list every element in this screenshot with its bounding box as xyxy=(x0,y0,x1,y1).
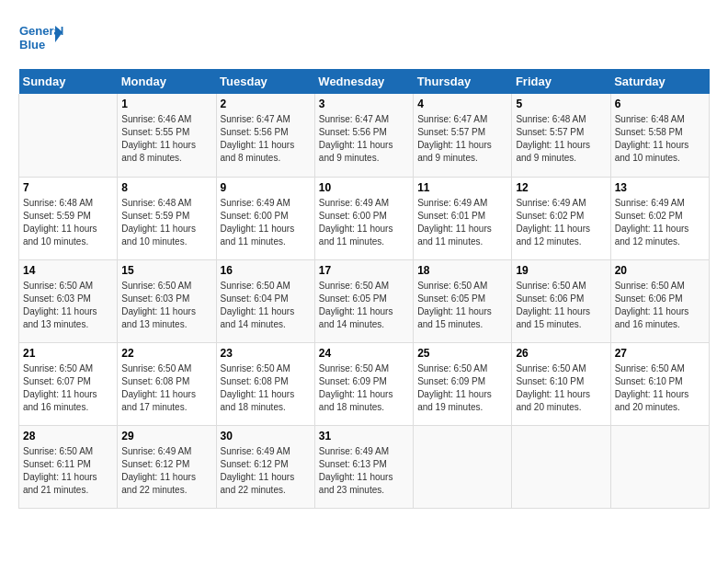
day-info: Sunrise: 6:50 AMSunset: 6:05 PMDaylight:… xyxy=(319,280,409,331)
calendar-week-row: 1Sunrise: 6:46 AMSunset: 5:55 PMDaylight… xyxy=(19,94,710,177)
day-info: Sunrise: 6:50 AMSunset: 6:09 PMDaylight:… xyxy=(319,362,409,414)
calendar-cell: 10Sunrise: 6:49 AMSunset: 6:00 PMDayligh… xyxy=(314,177,413,259)
calendar-cell xyxy=(19,94,118,177)
day-number: 28 xyxy=(23,430,113,442)
day-info: Sunrise: 6:50 AMSunset: 6:04 PMDaylight:… xyxy=(221,280,311,331)
day-info: Sunrise: 6:50 AMSunset: 6:08 PMDaylight:… xyxy=(121,362,211,414)
day-number: 11 xyxy=(417,181,507,194)
day-number: 30 xyxy=(221,430,311,442)
header-wednesday: Wednesday xyxy=(314,69,413,94)
calendar-cell: 11Sunrise: 6:49 AMSunset: 6:01 PMDayligh… xyxy=(414,177,512,259)
day-number: 14 xyxy=(23,264,113,277)
day-info: Sunrise: 6:47 AMSunset: 5:56 PMDaylight:… xyxy=(319,113,409,165)
day-number: 3 xyxy=(319,98,409,110)
calendar-cell: 4Sunrise: 6:47 AMSunset: 5:57 PMDaylight… xyxy=(414,94,512,177)
day-number: 22 xyxy=(121,347,211,360)
day-number: 15 xyxy=(121,264,211,277)
day-info: Sunrise: 6:49 AMSunset: 6:12 PMDaylight:… xyxy=(121,445,211,497)
day-info: Sunrise: 6:48 AMSunset: 5:57 PMDaylight:… xyxy=(516,113,606,165)
day-number: 5 xyxy=(516,98,606,110)
calendar-cell: 27Sunrise: 6:50 AMSunset: 6:10 PMDayligh… xyxy=(610,342,709,425)
calendar-cell: 16Sunrise: 6:50 AMSunset: 6:04 PMDayligh… xyxy=(216,259,314,342)
day-info: Sunrise: 6:50 AMSunset: 6:07 PMDaylight:… xyxy=(23,362,113,414)
day-info: Sunrise: 6:48 AMSunset: 5:59 PMDaylight:… xyxy=(121,197,211,248)
calendar-week-row: 28Sunrise: 6:50 AMSunset: 6:11 PMDayligh… xyxy=(19,425,710,508)
calendar-week-row: 7Sunrise: 6:48 AMSunset: 5:59 PMDaylight… xyxy=(19,177,710,259)
header-monday: Monday xyxy=(118,69,216,94)
day-number: 21 xyxy=(23,347,113,360)
day-info: Sunrise: 6:50 AMSunset: 6:05 PMDaylight:… xyxy=(417,280,507,331)
day-info: Sunrise: 6:50 AMSunset: 6:11 PMDaylight:… xyxy=(23,445,113,497)
day-number: 31 xyxy=(319,430,409,442)
calendar-cell: 19Sunrise: 6:50 AMSunset: 6:06 PMDayligh… xyxy=(512,259,610,342)
day-number: 7 xyxy=(23,181,113,194)
day-info: Sunrise: 6:49 AMSunset: 6:00 PMDaylight:… xyxy=(319,197,409,248)
calendar-cell: 18Sunrise: 6:50 AMSunset: 6:05 PMDayligh… xyxy=(414,259,512,342)
calendar-cell: 15Sunrise: 6:50 AMSunset: 6:03 PMDayligh… xyxy=(118,259,216,342)
day-info: Sunrise: 6:50 AMSunset: 6:03 PMDaylight:… xyxy=(121,280,211,331)
day-number: 27 xyxy=(615,347,705,360)
calendar-cell: 26Sunrise: 6:50 AMSunset: 6:10 PMDayligh… xyxy=(512,342,610,425)
calendar-cell: 1Sunrise: 6:46 AMSunset: 5:55 PMDaylight… xyxy=(118,94,216,177)
day-info: Sunrise: 6:50 AMSunset: 6:10 PMDaylight:… xyxy=(615,362,705,414)
day-info: Sunrise: 6:50 AMSunset: 6:10 PMDaylight:… xyxy=(516,362,606,414)
day-info: Sunrise: 6:49 AMSunset: 6:02 PMDaylight:… xyxy=(615,197,705,248)
calendar-cell: 28Sunrise: 6:50 AMSunset: 6:11 PMDayligh… xyxy=(19,425,118,508)
day-info: Sunrise: 6:47 AMSunset: 5:57 PMDaylight:… xyxy=(417,113,507,165)
day-info: Sunrise: 6:48 AMSunset: 5:58 PMDaylight:… xyxy=(615,113,705,165)
day-number: 17 xyxy=(319,264,409,277)
calendar-cell: 14Sunrise: 6:50 AMSunset: 6:03 PMDayligh… xyxy=(19,259,118,342)
day-number: 25 xyxy=(417,347,507,360)
calendar-cell: 3Sunrise: 6:47 AMSunset: 5:56 PMDaylight… xyxy=(314,94,413,177)
day-number: 18 xyxy=(417,264,507,277)
day-info: Sunrise: 6:46 AMSunset: 5:55 PMDaylight:… xyxy=(121,113,211,165)
calendar-cell: 21Sunrise: 6:50 AMSunset: 6:07 PMDayligh… xyxy=(19,342,118,425)
day-number: 1 xyxy=(121,98,211,110)
calendar-cell: 17Sunrise: 6:50 AMSunset: 6:05 PMDayligh… xyxy=(314,259,413,342)
day-info: Sunrise: 6:50 AMSunset: 6:06 PMDaylight:… xyxy=(615,280,705,331)
calendar-cell: 12Sunrise: 6:49 AMSunset: 6:02 PMDayligh… xyxy=(512,177,610,259)
calendar-cell: 30Sunrise: 6:49 AMSunset: 6:12 PMDayligh… xyxy=(216,425,314,508)
calendar-table: SundayMondayTuesdayWednesdayThursdayFrid… xyxy=(18,69,710,509)
calendar-cell: 6Sunrise: 6:48 AMSunset: 5:58 PMDaylight… xyxy=(610,94,709,177)
day-number: 10 xyxy=(319,181,409,194)
day-number: 26 xyxy=(516,347,606,360)
day-number: 13 xyxy=(615,181,705,194)
calendar-cell xyxy=(414,425,512,508)
day-info: Sunrise: 6:49 AMSunset: 6:12 PMDaylight:… xyxy=(221,445,311,497)
day-info: Sunrise: 6:47 AMSunset: 5:56 PMDaylight:… xyxy=(221,113,311,165)
calendar-cell: 5Sunrise: 6:48 AMSunset: 5:57 PMDaylight… xyxy=(512,94,610,177)
header-thursday: Thursday xyxy=(414,69,512,94)
calendar-cell: 24Sunrise: 6:50 AMSunset: 6:09 PMDayligh… xyxy=(314,342,413,425)
svg-text:Blue: Blue xyxy=(19,38,45,52)
header-friday: Friday xyxy=(512,69,610,94)
calendar-cell: 23Sunrise: 6:50 AMSunset: 6:08 PMDayligh… xyxy=(216,342,314,425)
day-info: Sunrise: 6:49 AMSunset: 6:01 PMDaylight:… xyxy=(417,197,507,248)
day-info: Sunrise: 6:48 AMSunset: 5:59 PMDaylight:… xyxy=(23,197,113,248)
calendar-cell: 22Sunrise: 6:50 AMSunset: 6:08 PMDayligh… xyxy=(118,342,216,425)
day-info: Sunrise: 6:49 AMSunset: 6:00 PMDaylight:… xyxy=(221,197,311,248)
calendar-header-row: SundayMondayTuesdayWednesdayThursdayFrid… xyxy=(19,69,710,94)
day-number: 19 xyxy=(516,264,606,277)
calendar-cell: 7Sunrise: 6:48 AMSunset: 5:59 PMDaylight… xyxy=(19,177,118,259)
calendar-week-row: 14Sunrise: 6:50 AMSunset: 6:03 PMDayligh… xyxy=(19,259,710,342)
calendar-cell: 29Sunrise: 6:49 AMSunset: 6:12 PMDayligh… xyxy=(118,425,216,508)
calendar-cell: 31Sunrise: 6:49 AMSunset: 6:13 PMDayligh… xyxy=(314,425,413,508)
calendar-cell xyxy=(512,425,610,508)
logo-svg: General Blue xyxy=(18,18,64,60)
calendar-week-row: 21Sunrise: 6:50 AMSunset: 6:07 PMDayligh… xyxy=(19,342,710,425)
calendar-cell: 20Sunrise: 6:50 AMSunset: 6:06 PMDayligh… xyxy=(610,259,709,342)
calendar-cell xyxy=(610,425,709,508)
day-number: 6 xyxy=(615,98,705,110)
day-number: 24 xyxy=(319,347,409,360)
logo: General Blue xyxy=(18,18,64,60)
day-number: 23 xyxy=(221,347,311,360)
day-number: 8 xyxy=(121,181,211,194)
day-number: 2 xyxy=(221,98,311,110)
day-info: Sunrise: 6:50 AMSunset: 6:08 PMDaylight:… xyxy=(221,362,311,414)
calendar-cell: 13Sunrise: 6:49 AMSunset: 6:02 PMDayligh… xyxy=(610,177,709,259)
calendar-cell: 2Sunrise: 6:47 AMSunset: 5:56 PMDaylight… xyxy=(216,94,314,177)
day-info: Sunrise: 6:49 AMSunset: 6:02 PMDaylight:… xyxy=(516,197,606,248)
calendar-cell: 9Sunrise: 6:49 AMSunset: 6:00 PMDaylight… xyxy=(216,177,314,259)
header-tuesday: Tuesday xyxy=(216,69,314,94)
